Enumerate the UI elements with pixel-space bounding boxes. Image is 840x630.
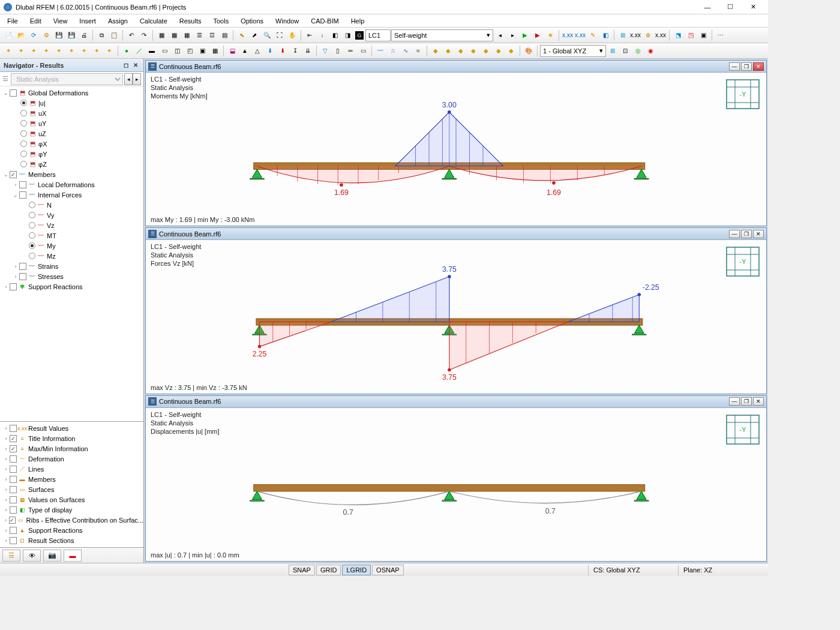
t2-19[interactable]: ⇊ xyxy=(302,45,314,57)
t2-9[interactable]: ✦ xyxy=(103,45,115,57)
grid-icon[interactable]: ⊞ xyxy=(617,29,629,41)
menu-window[interactable]: Window xyxy=(269,16,305,26)
view4-icon[interactable]: ◨ xyxy=(341,29,353,41)
t2-10[interactable]: ◫ xyxy=(171,45,183,57)
table-icon[interactable]: ▦ xyxy=(155,29,167,41)
node-if-MT[interactable]: 〰MT xyxy=(0,230,143,241)
t2-c5[interactable]: ◆ xyxy=(480,45,492,57)
node-gd-uX[interactable]: ⬒uX xyxy=(0,108,143,118)
cs-b1[interactable]: ⊞ xyxy=(607,45,619,57)
pencil-icon[interactable]: ✎ xyxy=(587,29,599,41)
disp-opt-7[interactable]: ›▦Values on Surfaces xyxy=(0,494,143,505)
view-close-button[interactable]: ✕ xyxy=(753,62,764,71)
view-min-button[interactable]: — xyxy=(729,230,740,238)
disp-opt-6[interactable]: ›▭Surfaces xyxy=(0,484,143,494)
view-max-button[interactable]: ❐ xyxy=(741,397,752,406)
menu-calculate[interactable]: Calculate xyxy=(134,16,173,26)
nav-pin-icon[interactable]: ◻ xyxy=(122,61,130,70)
t2-node-icon[interactable]: ● xyxy=(121,45,133,57)
node-strains[interactable]: ›〰Strains xyxy=(0,261,143,271)
results-tree[interactable]: ⌄⬒Global Deformations ⬒|u|⬒uX⬒uY⬒uZ⬒φX⬒φ… xyxy=(0,86,143,421)
snap-toggle[interactable]: SNAP xyxy=(289,565,315,575)
t2-c7[interactable]: ◆ xyxy=(505,45,517,57)
canvas-displacement[interactable]: LC1 - Self-weightStatic AnalysisDisplace… xyxy=(146,408,766,561)
lgrid-toggle[interactable]: LGRID xyxy=(342,565,371,575)
select-icon[interactable]: ⬉ xyxy=(236,29,248,41)
axes-icon[interactable]: ⬔ xyxy=(672,29,684,41)
t2-c2[interactable]: ◆ xyxy=(442,45,454,57)
disp-opt-10[interactable]: ›▲Support Reactions xyxy=(0,525,143,535)
view-close-button[interactable]: ✕ xyxy=(753,397,764,406)
refresh-icon[interactable]: ⟳ xyxy=(28,29,40,41)
gear-icon[interactable]: ⚙ xyxy=(40,29,52,41)
node-members[interactable]: ⌄〰Members xyxy=(0,169,143,179)
diag-shear-icon[interactable]: ⎍ xyxy=(387,45,399,57)
more-icon[interactable]: ⋯ xyxy=(715,29,727,41)
node-gd-|u|[interactable]: ⬒|u| xyxy=(0,98,143,108)
table2-icon[interactable]: ▦ xyxy=(168,29,180,41)
maximize-button[interactable]: ☐ xyxy=(719,1,742,14)
axes2-icon[interactable]: ◳ xyxy=(685,29,697,41)
t2-7[interactable]: ✦ xyxy=(78,45,90,57)
palette-icon[interactable]: 🎨 xyxy=(523,45,535,57)
disp-opt-1[interactable]: ›≡Title Information xyxy=(0,433,143,443)
t2-sec-icon[interactable]: ⬓ xyxy=(226,45,238,57)
zoom-fit-icon[interactable]: ⛶ xyxy=(274,29,286,41)
view-min-button[interactable]: — xyxy=(729,62,740,71)
print-icon[interactable]: 🖨 xyxy=(78,29,90,41)
cs-combo[interactable]: 1 - Global XYZ▾ xyxy=(540,45,606,57)
diag-moment-icon[interactable]: 〰 xyxy=(374,45,386,57)
t2-6[interactable]: ✦ xyxy=(65,45,77,57)
view-max-button[interactable]: ❐ xyxy=(741,230,752,238)
node-gd-uZ[interactable]: ⬒uZ xyxy=(0,128,143,139)
save-icon[interactable]: 💾 xyxy=(53,29,65,41)
menu-results[interactable]: Results xyxy=(173,16,208,26)
cs-widget[interactable]: -Y xyxy=(725,246,760,277)
t2-22[interactable]: ▭ xyxy=(357,45,369,57)
view-left-icon[interactable]: ⇤ xyxy=(304,29,316,41)
menu-view[interactable]: View xyxy=(47,16,74,26)
t2-3[interactable]: ✦ xyxy=(28,45,40,57)
calc-icon[interactable]: ▶ xyxy=(519,29,531,41)
t2-c6[interactable]: ◆ xyxy=(493,45,505,57)
node-local-deformations[interactable]: ›〰Local Deformations xyxy=(0,179,143,190)
t2-5[interactable]: ✦ xyxy=(53,45,65,57)
t2-line-icon[interactable]: ／ xyxy=(133,45,145,57)
analysis-type-select[interactable]: Static Analysis xyxy=(11,73,123,85)
disp-opt-11[interactable]: ›⊡Result Sections xyxy=(0,535,143,545)
undo-icon[interactable]: ↶ xyxy=(125,29,137,41)
t2-11[interactable]: ◰ xyxy=(184,45,196,57)
box-icon[interactable]: ▣ xyxy=(697,29,709,41)
zoom-icon[interactable]: 🔍 xyxy=(261,29,273,41)
osnap-toggle[interactable]: OSNAP xyxy=(372,565,404,575)
annot2-icon[interactable]: x.xx xyxy=(655,29,667,41)
t2-1[interactable]: ✦ xyxy=(2,45,14,57)
tab-camera-icon[interactable]: 📷 xyxy=(43,550,61,562)
node-global-deformations[interactable]: ⌄⬒Global Deformations xyxy=(0,88,143,98)
menu-help[interactable]: Help xyxy=(345,16,371,26)
menu-tools[interactable]: Tools xyxy=(207,16,235,26)
cs-widget[interactable]: -Y xyxy=(725,414,760,445)
node-gd-uY[interactable]: ⬒uY xyxy=(0,118,143,128)
menu-options[interactable]: Options xyxy=(235,16,269,26)
view-close-button[interactable]: ✕ xyxy=(753,230,764,238)
lc-name-combo[interactable]: Self-weight▾ xyxy=(391,29,493,41)
t2-18[interactable]: ↧ xyxy=(289,45,301,57)
node-if-My[interactable]: 〰My xyxy=(0,241,143,251)
prev-lc-icon[interactable]: ◂ xyxy=(494,29,506,41)
select2-icon[interactable]: ⬈ xyxy=(248,29,260,41)
grid-toggle[interactable]: GRID xyxy=(316,565,341,575)
node-if-Vy[interactable]: 〰Vy xyxy=(0,210,143,220)
nav-prev-icon[interactable]: ◂ xyxy=(124,73,133,85)
save-all-icon[interactable]: 💾 xyxy=(65,29,77,41)
render-icon[interactable]: ◧ xyxy=(599,29,611,41)
annot-icon[interactable]: ⊕ xyxy=(642,29,654,41)
disp-opt-3[interactable]: ›〰Deformation xyxy=(0,454,143,464)
diag2-icon[interactable]: ∿ xyxy=(400,45,412,57)
report2-icon[interactable]: ☲ xyxy=(206,29,218,41)
t2-c3[interactable]: ◆ xyxy=(455,45,467,57)
close-button[interactable]: ✕ xyxy=(742,1,764,14)
nav-close-icon[interactable]: ✕ xyxy=(131,61,140,70)
t2-member-icon[interactable]: ▬ xyxy=(146,45,158,57)
open-icon[interactable]: 📂 xyxy=(15,29,27,41)
